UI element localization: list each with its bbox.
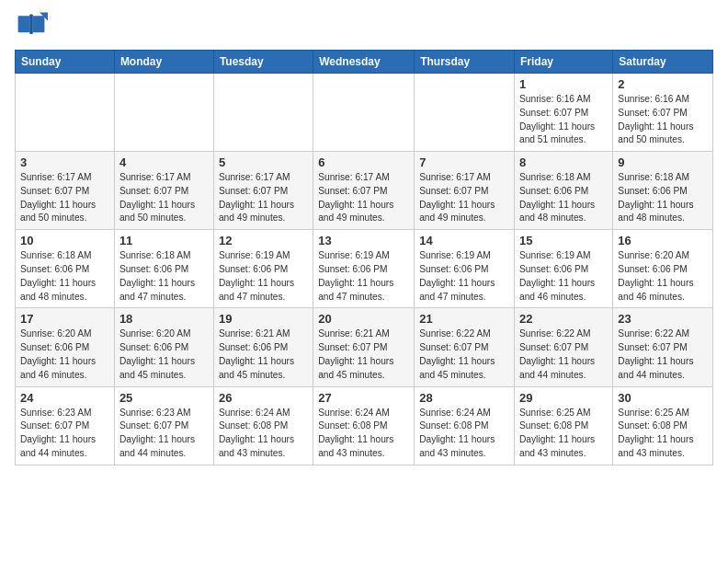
- calendar-cell: 20Sunrise: 6:21 AM Sunset: 6:07 PM Dayli…: [313, 308, 415, 386]
- col-header-thursday: Thursday: [415, 51, 515, 74]
- day-number: 13: [318, 234, 409, 247]
- day-info: Sunrise: 6:17 AM Sunset: 6:07 PM Dayligh…: [219, 171, 308, 225]
- calendar-cell: 25Sunrise: 6:23 AM Sunset: 6:07 PM Dayli…: [114, 386, 213, 465]
- day-info: Sunrise: 6:17 AM Sunset: 6:07 PM Dayligh…: [419, 171, 509, 225]
- day-info: Sunrise: 6:20 AM Sunset: 6:06 PM Dayligh…: [618, 249, 708, 304]
- page: SundayMondayTuesdayWednesdayThursdayFrid…: [0, 0, 728, 480]
- week-row-4: 17Sunrise: 6:20 AM Sunset: 6:06 PM Dayli…: [16, 308, 713, 386]
- calendar-cell: 29Sunrise: 6:25 AM Sunset: 6:08 PM Dayli…: [515, 386, 613, 465]
- day-number: 20: [318, 312, 409, 326]
- day-number: 10: [20, 234, 109, 247]
- day-number: 26: [219, 391, 308, 405]
- day-number: 24: [20, 391, 109, 405]
- calendar-cell: 30Sunrise: 6:25 AM Sunset: 6:08 PM Dayli…: [613, 386, 713, 465]
- day-info: Sunrise: 6:18 AM Sunset: 6:06 PM Dayligh…: [618, 171, 708, 225]
- calendar-cell: 6Sunrise: 6:17 AM Sunset: 6:07 PM Daylig…: [313, 152, 415, 230]
- day-info: Sunrise: 6:19 AM Sunset: 6:06 PM Dayligh…: [318, 249, 409, 304]
- calendar: SundayMondayTuesdayWednesdayThursdayFrid…: [15, 50, 713, 465]
- calendar-cell: 19Sunrise: 6:21 AM Sunset: 6:06 PM Dayli…: [213, 308, 313, 386]
- calendar-cell: 22Sunrise: 6:22 AM Sunset: 6:07 PM Dayli…: [515, 308, 613, 386]
- calendar-cell: 5Sunrise: 6:17 AM Sunset: 6:07 PM Daylig…: [213, 152, 313, 230]
- day-info: Sunrise: 6:22 AM Sunset: 6:07 PM Dayligh…: [519, 327, 608, 382]
- day-info: Sunrise: 6:20 AM Sunset: 6:06 PM Dayligh…: [20, 327, 109, 382]
- day-info: Sunrise: 6:22 AM Sunset: 6:07 PM Dayligh…: [618, 327, 708, 382]
- col-header-monday: Monday: [114, 51, 213, 74]
- calendar-cell: [415, 74, 515, 152]
- day-info: Sunrise: 6:23 AM Sunset: 6:07 PM Dayligh…: [20, 407, 109, 461]
- day-info: Sunrise: 6:25 AM Sunset: 6:08 PM Dayligh…: [519, 407, 608, 461]
- calendar-cell: 8Sunrise: 6:18 AM Sunset: 6:06 PM Daylig…: [515, 152, 613, 230]
- calendar-header-row: SundayMondayTuesdayWednesdayThursdayFrid…: [16, 51, 713, 74]
- day-info: Sunrise: 6:18 AM Sunset: 6:06 PM Dayligh…: [119, 249, 209, 304]
- day-number: 12: [219, 234, 308, 247]
- day-number: 22: [519, 312, 608, 326]
- day-number: 6: [318, 155, 409, 169]
- week-row-5: 24Sunrise: 6:23 AM Sunset: 6:07 PM Dayli…: [16, 386, 713, 465]
- day-info: Sunrise: 6:18 AM Sunset: 6:06 PM Dayligh…: [20, 249, 109, 304]
- calendar-cell: 24Sunrise: 6:23 AM Sunset: 6:07 PM Dayli…: [16, 386, 115, 465]
- week-row-1: 1Sunrise: 6:16 AM Sunset: 6:07 PM Daylig…: [16, 74, 713, 152]
- calendar-cell: 14Sunrise: 6:19 AM Sunset: 6:06 PM Dayli…: [415, 230, 515, 308]
- day-number: 18: [119, 312, 209, 326]
- calendar-cell: 15Sunrise: 6:19 AM Sunset: 6:06 PM Dayli…: [515, 230, 613, 308]
- svg-rect-2: [29, 14, 33, 34]
- day-number: 28: [419, 391, 509, 405]
- day-number: 7: [419, 155, 509, 169]
- day-info: Sunrise: 6:16 AM Sunset: 6:07 PM Dayligh…: [618, 93, 708, 147]
- day-info: Sunrise: 6:19 AM Sunset: 6:06 PM Dayligh…: [519, 249, 608, 304]
- day-info: Sunrise: 6:24 AM Sunset: 6:08 PM Dayligh…: [219, 407, 308, 461]
- day-info: Sunrise: 6:19 AM Sunset: 6:06 PM Dayligh…: [219, 249, 308, 304]
- calendar-cell: 28Sunrise: 6:24 AM Sunset: 6:08 PM Dayli…: [415, 386, 515, 465]
- day-number: 23: [618, 312, 708, 326]
- day-info: Sunrise: 6:23 AM Sunset: 6:07 PM Dayligh…: [119, 407, 209, 461]
- calendar-cell: 18Sunrise: 6:20 AM Sunset: 6:06 PM Dayli…: [114, 308, 213, 386]
- calendar-cell: 17Sunrise: 6:20 AM Sunset: 6:06 PM Dayli…: [16, 308, 115, 386]
- day-number: 1: [519, 77, 608, 91]
- calendar-cell: 1Sunrise: 6:16 AM Sunset: 6:07 PM Daylig…: [515, 74, 613, 152]
- day-number: 4: [119, 155, 209, 169]
- day-info: Sunrise: 6:21 AM Sunset: 6:07 PM Dayligh…: [318, 327, 409, 382]
- day-info: Sunrise: 6:24 AM Sunset: 6:08 PM Dayligh…: [318, 407, 409, 461]
- calendar-cell: 26Sunrise: 6:24 AM Sunset: 6:08 PM Dayli…: [213, 386, 313, 465]
- calendar-cell: 11Sunrise: 6:18 AM Sunset: 6:06 PM Dayli…: [114, 230, 213, 308]
- day-info: Sunrise: 6:17 AM Sunset: 6:07 PM Dayligh…: [318, 171, 409, 225]
- day-number: 15: [519, 234, 608, 247]
- day-number: 3: [20, 155, 109, 169]
- calendar-cell: 27Sunrise: 6:24 AM Sunset: 6:08 PM Dayli…: [313, 386, 415, 465]
- day-number: 19: [219, 312, 308, 326]
- calendar-cell: [313, 74, 415, 152]
- day-number: 14: [419, 234, 509, 247]
- calendar-cell: 21Sunrise: 6:22 AM Sunset: 6:07 PM Dayli…: [415, 308, 515, 386]
- logo-icon: [15, 9, 48, 42]
- calendar-cell: 7Sunrise: 6:17 AM Sunset: 6:07 PM Daylig…: [415, 152, 515, 230]
- svg-rect-0: [18, 16, 30, 32]
- calendar-cell: 3Sunrise: 6:17 AM Sunset: 6:07 PM Daylig…: [16, 152, 115, 230]
- day-number: 21: [419, 312, 509, 326]
- day-number: 17: [20, 312, 109, 326]
- day-number: 25: [119, 391, 209, 405]
- calendar-cell: 12Sunrise: 6:19 AM Sunset: 6:06 PM Dayli…: [213, 230, 313, 308]
- calendar-cell: 16Sunrise: 6:20 AM Sunset: 6:06 PM Dayli…: [613, 230, 713, 308]
- day-info: Sunrise: 6:18 AM Sunset: 6:06 PM Dayligh…: [519, 171, 608, 225]
- col-header-friday: Friday: [515, 51, 613, 74]
- day-info: Sunrise: 6:25 AM Sunset: 6:08 PM Dayligh…: [618, 407, 708, 461]
- day-number: 11: [119, 234, 209, 247]
- day-info: Sunrise: 6:22 AM Sunset: 6:07 PM Dayligh…: [419, 327, 509, 382]
- calendar-cell: 4Sunrise: 6:17 AM Sunset: 6:07 PM Daylig…: [114, 152, 213, 230]
- calendar-cell: [16, 74, 115, 152]
- day-info: Sunrise: 6:20 AM Sunset: 6:06 PM Dayligh…: [119, 327, 209, 382]
- day-info: Sunrise: 6:24 AM Sunset: 6:08 PM Dayligh…: [419, 407, 509, 461]
- col-header-saturday: Saturday: [613, 51, 713, 74]
- day-number: 16: [618, 234, 708, 247]
- day-number: 5: [219, 155, 308, 169]
- col-header-wednesday: Wednesday: [313, 51, 415, 74]
- col-header-tuesday: Tuesday: [213, 51, 313, 74]
- calendar-cell: [213, 74, 313, 152]
- calendar-cell: 9Sunrise: 6:18 AM Sunset: 6:06 PM Daylig…: [613, 152, 713, 230]
- day-number: 2: [618, 77, 708, 91]
- logo: [15, 9, 51, 42]
- day-number: 9: [618, 155, 708, 169]
- calendar-cell: 23Sunrise: 6:22 AM Sunset: 6:07 PM Dayli…: [613, 308, 713, 386]
- day-info: Sunrise: 6:17 AM Sunset: 6:07 PM Dayligh…: [20, 171, 109, 225]
- day-number: 27: [318, 391, 409, 405]
